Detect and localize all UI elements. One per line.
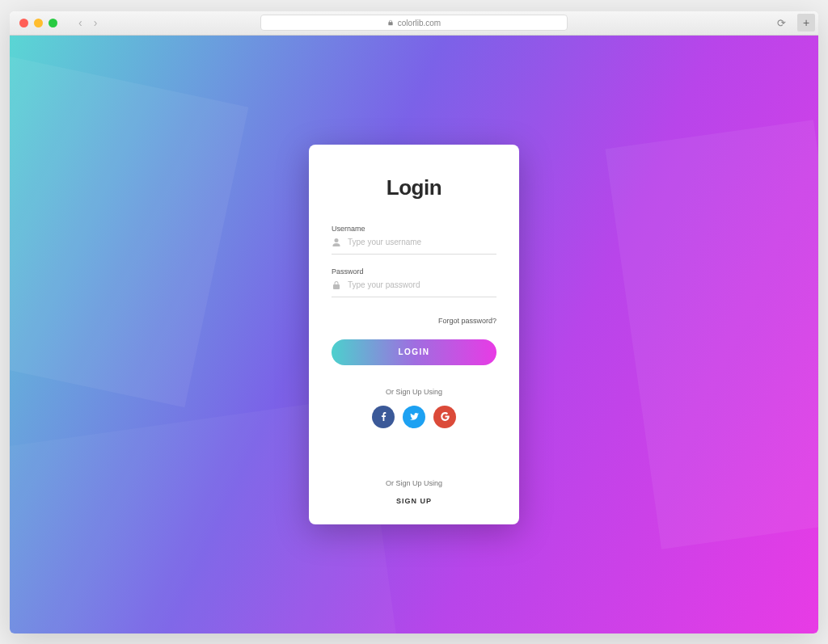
nav-arrows: ‹ › (78, 16, 97, 29)
lock-icon (387, 19, 394, 26)
browser-toolbar: ‹ › colorlib.com ⟳ + (10, 11, 818, 36)
twitter-button[interactable] (403, 406, 425, 428)
facebook-icon (378, 411, 389, 422)
google-button[interactable] (433, 406, 456, 428)
facebook-button[interactable] (372, 406, 395, 428)
close-window-button[interactable] (19, 19, 28, 27)
address-bar[interactable]: colorlib.com (260, 15, 568, 31)
bg-shape (605, 120, 818, 549)
page-viewport: Login Username Password Forgot password? (10, 36, 818, 633)
password-input[interactable] (348, 280, 496, 289)
forward-icon[interactable]: › (94, 16, 98, 29)
page-title: Login (332, 175, 496, 200)
username-input[interactable] (348, 238, 496, 246)
social-buttons (332, 406, 496, 428)
social-signup-hint: Or Sign Up Using (332, 388, 496, 396)
maximize-window-button[interactable] (49, 19, 57, 27)
username-input-row (332, 238, 496, 255)
signup-section: Or Sign Up Using SIGN UP (332, 439, 496, 505)
username-label: Username (332, 225, 496, 233)
browser-window: ‹ › colorlib.com ⟳ + Login Username (10, 11, 818, 633)
user-icon (332, 238, 341, 247)
password-field-group: Password (332, 267, 496, 297)
back-icon[interactable]: ‹ (78, 16, 82, 29)
signup-hint: Or Sign Up Using (332, 479, 496, 487)
forgot-password-link[interactable]: Forgot password? (332, 317, 496, 325)
signup-link[interactable]: SIGN UP (332, 497, 496, 505)
login-button[interactable]: LOGIN (332, 339, 496, 365)
password-input-row (332, 280, 496, 297)
minimize-window-button[interactable] (34, 19, 43, 27)
window-controls (19, 19, 57, 27)
username-field-group: Username (332, 225, 496, 255)
twitter-icon (409, 411, 420, 422)
login-card: Login Username Password Forgot password? (309, 145, 519, 524)
bg-shape (10, 43, 248, 407)
lock-icon (332, 280, 341, 290)
refresh-icon[interactable]: ⟳ (777, 17, 786, 29)
new-tab-button[interactable]: + (797, 14, 815, 32)
google-icon (440, 411, 450, 422)
password-label: Password (332, 267, 496, 276)
url-text: colorlib.com (398, 19, 441, 27)
